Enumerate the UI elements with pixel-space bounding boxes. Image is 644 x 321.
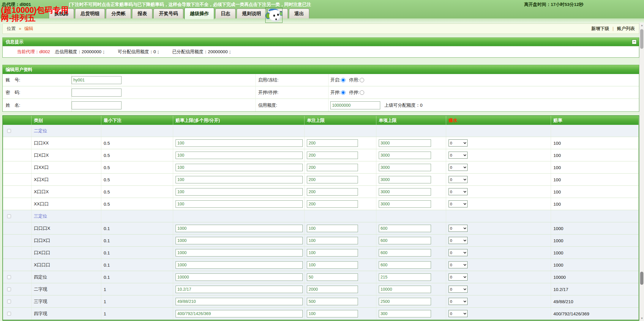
- single-bet-cap-input[interactable]: [307, 273, 358, 281]
- odds-cap-input[interactable]: [176, 237, 303, 244]
- name-input[interactable]: [72, 101, 121, 109]
- account-input[interactable]: [72, 76, 121, 84]
- rebate-select[interactable]: 0: [449, 273, 468, 281]
- betting-on-radio[interactable]: [341, 90, 345, 95]
- limit-row: 口口XX 0.5 0 100: [3, 137, 639, 149]
- rebate-select[interactable]: 0: [449, 176, 468, 183]
- single-bet-cap-input[interactable]: [307, 225, 358, 232]
- odds-cap-input[interactable]: [176, 176, 303, 183]
- single-item-cap-input[interactable]: [379, 237, 431, 244]
- mascot-icon[interactable]: [265, 7, 282, 23]
- single-bet-cap-input[interactable]: [307, 188, 358, 196]
- odds-cap-input[interactable]: [176, 261, 303, 269]
- odds-cap-input[interactable]: [176, 225, 303, 232]
- category-row: 三定位: [3, 210, 639, 222]
- category-link[interactable]: 三定位: [34, 213, 47, 219]
- odds-value: 100: [553, 202, 561, 207]
- single-item-cap-input[interactable]: [379, 188, 431, 196]
- credit-limit-label: 信用额度:: [256, 99, 329, 111]
- row-checkbox[interactable]: [7, 287, 11, 291]
- odds-cap-input[interactable]: [176, 164, 303, 171]
- single-bet-cap-input[interactable]: [307, 152, 358, 159]
- odds-cap-input[interactable]: [176, 249, 303, 257]
- limits-table: 类别 最小下注 赔率上限(多个用/分开) 单注上限 单项上限 赚水 赔率 二定位…: [2, 115, 639, 321]
- betting-on-label: 开押:: [330, 90, 340, 95]
- single-item-cap-input[interactable]: [379, 225, 431, 232]
- single-bet-cap-input[interactable]: [307, 176, 358, 183]
- odds-cap-input[interactable]: [176, 298, 303, 305]
- rebate-select[interactable]: 0: [449, 237, 468, 244]
- odds-value: 10000: [553, 275, 566, 280]
- tab-logout[interactable]: 退出: [289, 9, 309, 18]
- single-bet-cap-input[interactable]: [307, 200, 358, 208]
- single-bet-cap-input[interactable]: [307, 286, 358, 293]
- odds-cap-input[interactable]: [176, 286, 303, 293]
- row-label: 四字现: [34, 311, 47, 317]
- rebate-select[interactable]: 0: [449, 225, 468, 232]
- single-bet-cap-input[interactable]: [307, 139, 358, 147]
- odds-cap-input[interactable]: [176, 188, 303, 196]
- single-bet-cap-input[interactable]: [307, 249, 358, 257]
- rebate-select[interactable]: 0: [449, 200, 468, 207]
- single-item-cap-input[interactable]: [379, 164, 431, 171]
- tab-super-operation[interactable]: 越级操作: [184, 8, 214, 19]
- single-bet-cap-input[interactable]: [307, 237, 358, 244]
- single-item-cap-input[interactable]: [379, 139, 431, 147]
- rebate-select[interactable]: 0: [449, 298, 468, 305]
- tab-draw-number[interactable]: 开奖号码: [154, 9, 183, 18]
- scrollbar-up-arrow-icon[interactable]: ▲: [640, 23, 644, 28]
- page-scrollbar[interactable]: ▲ ▼: [639, 23, 644, 321]
- enable-freeze-label: 启用/冻结:: [256, 74, 329, 86]
- account-list-link[interactable]: 账户列表: [617, 26, 635, 31]
- single-item-cap-input[interactable]: [379, 200, 431, 208]
- tab-rules[interactable]: 规则说明: [237, 9, 266, 18]
- rebate-select[interactable]: 0: [449, 286, 468, 293]
- single-item-cap-input[interactable]: [379, 176, 431, 183]
- single-bet-cap-input[interactable]: [307, 310, 358, 317]
- single-item-cap-input[interactable]: [379, 249, 431, 257]
- single-item-cap-input[interactable]: [379, 298, 431, 305]
- single-bet-cap-input[interactable]: [307, 261, 358, 269]
- add-subordinate-link[interactable]: 新增下级: [591, 26, 609, 31]
- category-link[interactable]: 二定位: [34, 128, 47, 134]
- single-item-cap-input[interactable]: [379, 286, 431, 293]
- odds-cap-input[interactable]: [176, 152, 303, 159]
- row-checkbox[interactable]: [7, 300, 11, 303]
- tab-log[interactable]: 日志: [215, 9, 236, 18]
- single-bet-cap-input[interactable]: [307, 298, 358, 305]
- rebate-select[interactable]: 0: [449, 139, 468, 147]
- row-checkbox[interactable]: [7, 312, 11, 316]
- row-label: 口口X口: [34, 238, 50, 243]
- rebate-select[interactable]: 0: [449, 152, 468, 159]
- account-row: 账 号: 启用/冻结: 开启: 停用:: [3, 74, 639, 86]
- single-item-cap-input[interactable]: [379, 273, 431, 281]
- single-bet-cap-input[interactable]: [307, 164, 358, 171]
- rebate-select[interactable]: 0: [449, 164, 468, 171]
- password-input[interactable]: [72, 89, 121, 97]
- scrollbar-thumb-secondary[interactable]: [640, 272, 643, 285]
- single-item-cap-input[interactable]: [379, 261, 431, 269]
- odds-cap-input[interactable]: [176, 139, 303, 147]
- row-checkbox[interactable]: [7, 275, 11, 279]
- single-item-cap-input[interactable]: [379, 152, 431, 159]
- betting-off-radio[interactable]: [360, 90, 364, 95]
- rebate-select[interactable]: 0: [449, 249, 468, 256]
- odds-cap-input[interactable]: [176, 273, 303, 281]
- odds-cap-input[interactable]: [176, 310, 303, 317]
- credit-limit-input[interactable]: [330, 101, 380, 109]
- rebate-select[interactable]: 0: [449, 261, 468, 268]
- page: 总代理：dl001 [下注时不可同时点击正常赔率码与已下降赔率码，这样会导致下注…: [0, 0, 644, 321]
- rebate-select[interactable]: 0: [449, 310, 468, 317]
- row-checkbox[interactable]: [7, 214, 11, 218]
- enable-off-radio[interactable]: [360, 78, 364, 82]
- tab-report[interactable]: 报表: [132, 9, 152, 18]
- collapse-button[interactable]: −: [632, 40, 637, 44]
- scrollbar-thumb[interactable]: [640, 29, 643, 49]
- enable-on-radio[interactable]: [341, 78, 345, 82]
- odds-cap-input[interactable]: [176, 200, 303, 208]
- single-item-cap-input[interactable]: [379, 310, 431, 317]
- min-bet-value: 0.5: [104, 141, 110, 146]
- row-checkbox[interactable]: [7, 129, 11, 133]
- rebate-select[interactable]: 0: [449, 188, 468, 195]
- scrollbar-down-arrow-icon[interactable]: ▼: [640, 316, 644, 321]
